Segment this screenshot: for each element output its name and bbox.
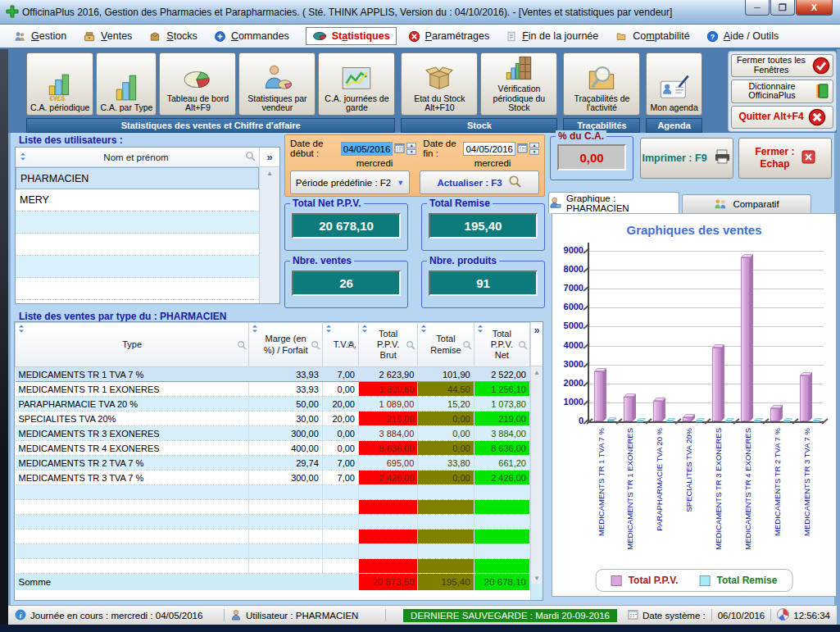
menu-item-comptabilite[interactable]: Comptabilité [615, 30, 690, 42]
person-tab-icon [549, 197, 561, 209]
y-axis-tick-label: 5000 [556, 321, 583, 330]
menu-item-label: Aide / Outils [724, 30, 779, 42]
table-cell: 20,00 [322, 411, 358, 426]
user-list-empty-row[interactable] [16, 278, 259, 300]
date-end-input[interactable]: 04/05/2016 [463, 142, 515, 156]
total-value: 195,40 [429, 213, 538, 239]
x-axis-category-label: SPECIALITES TVA 20% [680, 428, 698, 566]
toolbar-button-fermer-toutes-les-fenetres[interactable]: Fermer toutes les Fenêtres [731, 54, 833, 77]
gridline [588, 307, 824, 308]
menu-item-stocks[interactable]: Stocks [148, 30, 198, 43]
toolbar-button-c-a-periodique[interactable]: €¥£$C.A. périodique [26, 52, 93, 116]
column-header-total-remise[interactable]: Total Remise [418, 323, 474, 367]
menu-item-statistiques[interactable]: Statistiques [306, 27, 397, 45]
toolbar-button-mon-agenda[interactable]: Mon agenda [646, 52, 702, 116]
calendar-icon[interactable] [394, 143, 405, 155]
table-more-button[interactable]: » [531, 322, 543, 366]
toolbar-button-statistiques-par-vendeur[interactable]: Statistiques par vendeur [238, 52, 316, 116]
user-list-empty-row[interactable] [16, 234, 259, 256]
tools-icon [408, 30, 420, 43]
user-list-item[interactable]: MERY [16, 189, 259, 211]
tab-comparatif[interactable]: Comparatif [682, 194, 811, 213]
table-row[interactable]: MEDICAMENTS TR 3 EXONERES300,000,003 884… [16, 426, 530, 441]
table-row[interactable]: MEDICAMENTS TR 4 EXONERES400,000,008 636… [16, 441, 530, 456]
table-row[interactable]: MEDICAMENTS TR 1 TVA 7 %33,937,002 623,9… [16, 367, 530, 382]
table-cell: 2 426,00 [358, 471, 417, 485]
sales-table-title: Liste des ventes par type du : PHARMACIE… [19, 311, 226, 322]
menu-item-label: Comptabilité [633, 30, 690, 42]
menu-item-gestion[interactable]: Gestion [13, 30, 66, 43]
table-cell: 2 522,00 [474, 367, 529, 382]
table-row[interactable]: MEDICAMENTS TR 1 EXONERES33,930,001 300,… [16, 382, 530, 397]
column-header-t-v-a[interactable]: T.V.A. [322, 323, 358, 367]
sales-chart: Graphiques des ventes 010002000300040005… [552, 213, 837, 597]
users-list-header[interactable]: Nom et prénom [16, 148, 259, 167]
table-row[interactable]: PARAPHARMACIE TVA 20 %50,0020,001 089,00… [16, 397, 530, 411]
scroll-up-icon[interactable]: ▲ [531, 366, 543, 378]
tab-graphique-pharmacien[interactable]: Graphique : PHARMACIEN [548, 192, 679, 213]
toolbar-button-c-a-par-type[interactable]: C.A. par Type [96, 52, 157, 116]
table-cell [16, 485, 249, 500]
column-header-total-p-p-v-net[interactable]: Total P.P.V. Net [474, 323, 529, 367]
table-cell [249, 544, 322, 559]
gridline [588, 270, 824, 271]
main-content: Liste des utilisateurs : Nom et prénom P… [8, 133, 837, 605]
menu-item-commandes[interactable]: Commandes [214, 30, 289, 43]
close-button[interactable]: Fermer :Echap [738, 138, 832, 179]
sort-icon [476, 325, 484, 333]
column-header-marge-en-forfait[interactable]: Marge (en %) / Forfait [249, 323, 322, 367]
table-cell: 101,90 [418, 367, 474, 382]
date-start-input[interactable]: 04/05/2016 [341, 142, 393, 156]
date-end-day: mercredi [413, 158, 536, 168]
ppv-bar [683, 417, 692, 421]
date-start-spinner[interactable]: ▲▼ [406, 143, 416, 155]
refresh-button[interactable]: Actualiser : F3 [420, 171, 539, 194]
tab-label: Graphique : PHARMACIEN [566, 193, 679, 213]
magnifier-icon [237, 340, 247, 350]
predefined-period-button[interactable]: Période prédéfinie : F2 ▼ [290, 171, 410, 194]
table-cell: 0,00 [322, 441, 358, 456]
table-cell: 3 884,00 [358, 426, 417, 441]
scroll-down-icon[interactable]: ▼ [531, 572, 543, 584]
users-more-button[interactable]: » [260, 148, 279, 167]
table-row[interactable]: MEDICAMENTS TR 3 TVA 7 %300,007,002 426,… [16, 471, 530, 485]
minimize-button[interactable]: ─ [745, 0, 770, 16]
toolbar-button-tableau-de-bord-alt-f9[interactable]: Tableau de bord Alt+F9 [159, 52, 236, 116]
table-cell [322, 559, 358, 574]
table-cell [249, 500, 322, 515]
restore-button[interactable]: ❐ [770, 0, 795, 16]
menu-item-aide-outils[interactable]: ?Aide / Outils [706, 30, 779, 43]
toolbar-button-etat-du-stock-alt-f10[interactable]: Etat du Stock Alt+F10 [401, 52, 478, 116]
svg-text:i: i [20, 610, 22, 619]
table-cell [358, 515, 417, 530]
column-header-total-p-p-v-brut[interactable]: Total P.P.V. Brut [358, 323, 417, 367]
toolbar-button-dictionnaire-officinaplus[interactable]: Dictionnaire OfficinaPlus [731, 80, 833, 102]
table-cell: 0,00 [418, 411, 474, 426]
column-header-type[interactable]: Type [16, 323, 249, 367]
table-row[interactable]: SPECIALITES TVA 20%30,0020,00219,000,002… [16, 411, 530, 426]
toolbar-button-quitter-alt-f4[interactable]: Quitter Alt+F4 [731, 106, 833, 129]
close-window-button[interactable]: X [796, 0, 833, 16]
x-axis-category-label: MEDICAMENTS TR 3 TVA 7 % [797, 428, 815, 566]
scrollbar-track[interactable] [531, 378, 543, 572]
bar-chart-coins-icon: €¥£$ [46, 72, 74, 103]
toolbar-button-tracabilites-de-l-activite[interactable]: Traçabilités de l'activité [563, 52, 640, 116]
table-cell [322, 530, 358, 544]
table-empty-row [16, 485, 530, 500]
toolbar-button-c-a-journees-de-garde[interactable]: C.A. journées de garde [318, 52, 395, 116]
menu-item-fin-de-la-journee[interactable]: Fin de la journée [506, 30, 598, 43]
toolbar-button-verification-periodique-du-stock[interactable]: Vérification périodique du Stock [480, 52, 557, 116]
scroll-up-icon[interactable]: ▲ [260, 167, 279, 179]
menu-item-ventes[interactable]: Ventes [83, 30, 132, 43]
sort-icon[interactable] [19, 152, 27, 162]
table-cell: 219,00 [358, 411, 417, 426]
table-row[interactable]: MEDICAMENTS TR 2 TVA 7 %29,747,00695,003… [16, 456, 530, 471]
user-list-empty-row[interactable] [16, 211, 259, 234]
user-list-empty-row[interactable] [16, 256, 259, 278]
date-end-spinner[interactable]: ▲▼ [529, 143, 539, 155]
print-button[interactable]: Imprimer : F9 [640, 138, 733, 179]
calendar-icon[interactable] [517, 143, 528, 155]
search-icon[interactable] [245, 151, 256, 163]
user-list-item[interactable]: PHARMACIEN [16, 167, 259, 189]
menu-item-parametrages[interactable]: Paramétrages [408, 30, 490, 43]
